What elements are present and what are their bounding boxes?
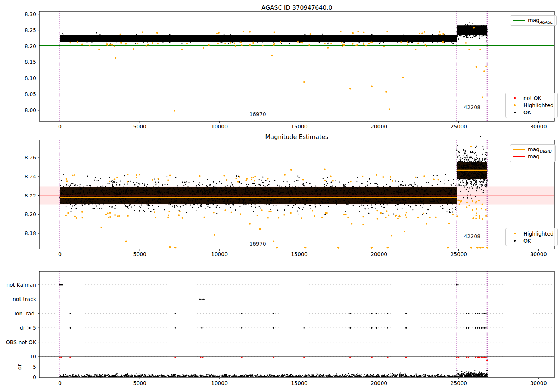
ok-dot-icon [509,240,520,242]
svg-text:Ion. rad.: Ion. rad. [15,311,36,317]
legend-item-ok: OK [509,109,554,116]
svg-text:8.30: 8.30 [25,11,36,17]
legend-label-ok-2: OK [523,238,531,244]
legend-plot2-markers: Highlighted OK [505,228,558,246]
legend-plot2-lines: magOBSID mag [510,144,556,162]
svg-text:10000: 10000 [211,124,228,130]
svg-text:8.20: 8.20 [25,211,36,217]
svg-text:30000: 30000 [530,380,547,386]
legend-label-highlighted: Highlighted [523,102,554,108]
svg-text:20000: 20000 [371,124,388,130]
plot2-title: Magnitude Estimates [39,133,554,140]
ok-dot-icon [509,112,520,113]
svg-text:0: 0 [58,380,62,386]
svg-text:15000: 15000 [291,251,308,257]
legend-item-not-ok: not OK [509,94,554,102]
highlighted-dot-icon [509,104,520,106]
svg-text:8.22: 8.22 [25,193,36,199]
svg-text:5: 5 [33,364,36,370]
plot1-title: AGASC ID 370947640.0 [39,4,554,11]
svg-text:30000: 30000 [530,124,547,130]
plot2-clipped-low-markers [174,247,489,249]
svg-text:10: 10 [29,354,36,360]
legend-item-mag-agasc: magAGASC [513,17,553,24]
svg-text:8.00: 8.00 [25,107,36,113]
svg-text:5000: 5000 [133,380,146,386]
svg-text:15000: 15000 [291,124,308,130]
legend-item-mag-obsid: magOBSID [513,146,551,153]
plot2-ok-points [59,136,488,218]
dr-axis-label: dr [16,364,22,370]
svg-text:15000: 15000 [291,380,308,386]
legend-label-mag-obsid: magOBSID [528,146,551,153]
svg-text:OBS not OK: OBS not OK [6,339,37,345]
mag-line-swatch [513,156,525,157]
plot3-flag-points [199,299,205,300]
legend-item-ok-2: OK [509,237,554,244]
legend-label-highlighted-2: Highlighted [523,231,554,237]
plot3-dr-points [59,370,488,377]
svg-text:0: 0 [58,251,62,257]
svg-text:8.10: 8.10 [25,75,36,81]
legend-item-highlighted: Highlighted [509,102,554,109]
mag-obsid-line-swatch [513,149,525,150]
legend-item-highlighted-2: Highlighted [509,230,554,237]
svg-text:0: 0 [58,124,62,130]
svg-text:0: 0 [33,374,36,380]
legend-mag-agasc: magAGASC [510,15,557,26]
svg-text:8.15: 8.15 [25,59,36,65]
svg-text:dr > 5: dr > 5 [20,325,36,331]
svg-text:8.20: 8.20 [25,43,36,49]
svg-text:10000: 10000 [211,380,228,386]
highlighted-dot-icon [509,233,520,234]
svg-text:not track: not track [13,296,37,302]
matplotlib-figure: 1697042208050001000015000200002500030000… [0,0,560,392]
legend-label-mag-agasc: magAGASC [528,17,553,24]
legend-item-mag: mag [513,153,551,161]
mag-agasc-line-swatch [513,20,525,21]
svg-text:42208: 42208 [464,233,481,239]
svg-text:30000: 30000 [530,251,547,257]
svg-text:25000: 25000 [450,251,467,257]
svg-text:not Kalman: not Kalman [6,282,36,288]
svg-text:8.05: 8.05 [25,91,36,97]
svg-text:5000: 5000 [133,251,146,257]
svg-text:8.24: 8.24 [25,174,36,180]
svg-text:16970: 16970 [249,241,266,247]
svg-text:16970: 16970 [249,111,266,117]
plots-canvas: 1697042208050001000015000200002500030000… [0,0,560,392]
legend-label-mag: mag [528,153,539,161]
svg-text:20000: 20000 [371,380,388,386]
legend-plot1-markers: not OK Highlighted OK [505,93,558,118]
svg-text:20000: 20000 [371,251,388,257]
legend-label-ok: OK [523,109,531,115]
svg-text:10000: 10000 [211,251,228,257]
svg-text:5000: 5000 [133,124,146,130]
svg-text:8.25: 8.25 [25,27,36,33]
svg-text:42208: 42208 [464,104,481,110]
not-ok-dot-icon [509,97,520,99]
svg-text:25000: 25000 [450,124,467,130]
svg-text:25000: 25000 [450,380,467,386]
svg-text:8.18: 8.18 [25,230,36,236]
plot3-not-ok-markers [59,357,488,361]
legend-label-not-ok: not OK [523,95,541,101]
svg-text:8.26: 8.26 [25,155,36,161]
